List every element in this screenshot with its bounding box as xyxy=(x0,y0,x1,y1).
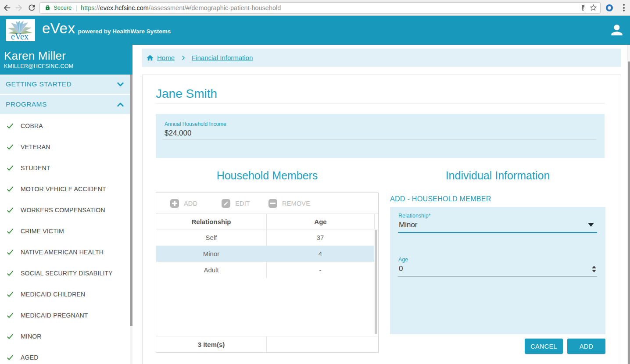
section-label: GETTING STARTED xyxy=(6,80,72,88)
menu-item-label: NATIVE AMERICAN HEALTH xyxy=(21,249,104,256)
cell-relationship: Self xyxy=(156,229,267,246)
menu-item-label: SOCIAL SECURITY DISABILITY xyxy=(21,270,113,277)
svg-text:eVex: eVex xyxy=(11,32,29,41)
home-icon[interactable] xyxy=(146,54,154,62)
menu-item-label: MEDICAID CHILDREN xyxy=(21,291,85,298)
grid-toolbar: ADD EDIT REMOVE xyxy=(156,193,378,214)
number-spinner[interactable] xyxy=(592,266,596,272)
user-email: KMILLER@HCFSINC.COM xyxy=(4,63,128,69)
add-member-button[interactable]: ADD xyxy=(170,199,197,208)
secure-label[interactable]: Secure xyxy=(54,4,72,11)
url-scheme: https xyxy=(81,4,94,11)
sidebar-section-getting-started[interactable]: GETTING STARTED xyxy=(0,75,132,94)
add-household-member-heading: ADD - HOUSEHOLD MEMBER xyxy=(390,196,605,202)
menu-item-student[interactable]: STUDENT xyxy=(0,157,132,178)
url-text[interactable]: https://evex.hcfsinc.com/assessment/#/de… xyxy=(81,4,580,11)
app-header: eVex eVex powered by HealthWare Systems xyxy=(0,16,630,45)
breadcrumb: Home Financial Information xyxy=(142,49,621,67)
check-icon xyxy=(6,122,14,130)
password-key-icon[interactable] xyxy=(580,4,587,11)
edit-pencil-icon xyxy=(222,199,230,208)
url-path: /assessment/#/demographic-patient-househ… xyxy=(149,4,281,11)
page-scrollbar[interactable] xyxy=(627,45,630,364)
browser-extension-icon[interactable] xyxy=(606,4,613,11)
menu-item-crime-victim[interactable]: CRIME VICTIM xyxy=(0,221,132,242)
browser-reload-button[interactable] xyxy=(26,2,37,14)
menu-item-label: MOTOR VEHICLE ACCIDENT xyxy=(21,186,106,193)
menu-item-minor[interactable]: MINOR xyxy=(0,326,132,347)
table-row-minor[interactable]: Minor 4 xyxy=(156,246,374,262)
menu-item-cobra[interactable]: COBRA xyxy=(0,115,132,136)
sidebar-section-programs[interactable]: PROGRAMS xyxy=(0,95,132,114)
add-plus-icon xyxy=(170,199,179,208)
browser-menu-button[interactable] xyxy=(619,4,628,11)
add-button[interactable]: ADD xyxy=(567,339,605,354)
individual-information-title: Individual Information xyxy=(390,170,605,181)
cancel-button[interactable]: CANCEL xyxy=(525,339,563,354)
breadcrumb-financial-link[interactable]: Financial Information xyxy=(192,54,253,61)
grid-scrollbar-thumb[interactable] xyxy=(375,230,377,334)
breadcrumb-home-link[interactable]: Home xyxy=(157,54,175,61)
age-label: Age xyxy=(398,257,597,263)
edit-member-button[interactable]: EDIT xyxy=(222,199,250,208)
bookmark-star-icon[interactable] xyxy=(589,4,598,12)
relationship-select[interactable]: Minor xyxy=(398,221,597,233)
menu-item-native-american-health[interactable]: NATIVE AMERICAN HEALTH xyxy=(0,242,132,263)
table-row-self[interactable]: Self 37 xyxy=(156,229,374,246)
dropdown-arrow-icon xyxy=(588,223,594,227)
forward-arrow-icon xyxy=(14,3,24,13)
column-header-relationship[interactable]: Relationship xyxy=(156,214,267,229)
table-row-adult[interactable]: Adult - xyxy=(156,262,374,278)
income-input[interactable]: $24,000 xyxy=(162,129,596,139)
cell-relationship: Minor xyxy=(156,246,267,262)
menu-item-label: AGED xyxy=(21,354,38,361)
grid-item-count: 3 Item(s) xyxy=(156,336,267,352)
grid-header-filler xyxy=(374,214,378,229)
household-members-column: Household Members ADD EDIT xyxy=(156,170,379,354)
spinner-down-icon xyxy=(592,270,596,272)
age-value: 0 xyxy=(398,265,403,273)
main-content: Home Financial Information Jane Smith An… xyxy=(132,45,630,364)
cell-relationship: Adult xyxy=(156,262,267,278)
user-name: Karen Miller xyxy=(4,50,128,62)
user-avatar-icon[interactable] xyxy=(609,22,625,40)
income-panel: Annual Household Income $24,000 xyxy=(156,114,605,158)
menu-item-motor-vehicle-accident[interactable]: MOTOR VEHICLE ACCIDENT xyxy=(0,178,132,200)
brand-powered-by: powered by HealthWare Systems xyxy=(78,28,171,35)
browser-forward-button[interactable] xyxy=(13,2,25,14)
remove-member-button[interactable]: REMOVE xyxy=(268,199,310,208)
menu-item-label: COBRA xyxy=(21,122,43,129)
browser-back-button[interactable] xyxy=(1,2,13,14)
check-icon xyxy=(6,248,14,256)
menu-item-label: MINOR xyxy=(21,333,42,340)
individual-information-column: Individual Information ADD - HOUSEHOLD M… xyxy=(390,170,605,354)
check-icon xyxy=(6,290,14,298)
edit-button-label: EDIT xyxy=(235,200,250,207)
check-icon xyxy=(6,353,14,361)
menu-item-workers-compensation[interactable]: WORKERS COMPENSATION xyxy=(0,200,132,221)
url-host: evex.hcfsinc.com xyxy=(100,4,149,11)
menu-item-social-security-disability[interactable]: SOCIAL SECURITY DISABILITY xyxy=(0,263,132,284)
add-member-form-panel: Relationship* Minor Age 0 xyxy=(390,207,605,334)
menu-item-veteran[interactable]: VETERAN xyxy=(0,136,132,157)
patient-name-title: Jane Smith xyxy=(156,87,605,100)
menu-item-medicaid-pregnant[interactable]: MEDICAID PREGNANT xyxy=(0,305,132,326)
check-icon xyxy=(6,185,14,193)
household-members-grid: ADD EDIT REMOVE xyxy=(156,193,379,353)
age-input[interactable]: 0 xyxy=(398,265,597,277)
url-scheme-separator: :// xyxy=(95,4,100,11)
cell-age: 37 xyxy=(267,229,374,246)
section-label: PROGRAMS xyxy=(6,100,47,108)
check-icon xyxy=(6,164,14,172)
income-label: Annual Household Income xyxy=(162,121,596,127)
menu-item-medicaid-children[interactable]: MEDICAID CHILDREN xyxy=(0,284,132,305)
chevron-down-icon xyxy=(116,80,125,89)
check-icon xyxy=(6,269,14,277)
chevron-up-icon xyxy=(116,100,125,109)
column-header-age[interactable]: Age xyxy=(267,214,374,229)
menu-item-aged[interactable]: AGED xyxy=(0,347,132,364)
menu-item-label: CRIME VICTIM xyxy=(21,228,64,235)
page-scrollbar-thumb[interactable] xyxy=(628,61,630,364)
address-bar[interactable]: Secure | https://evex.hcfsinc.com/assess… xyxy=(39,2,601,14)
add-button-label: ADD xyxy=(184,200,197,207)
